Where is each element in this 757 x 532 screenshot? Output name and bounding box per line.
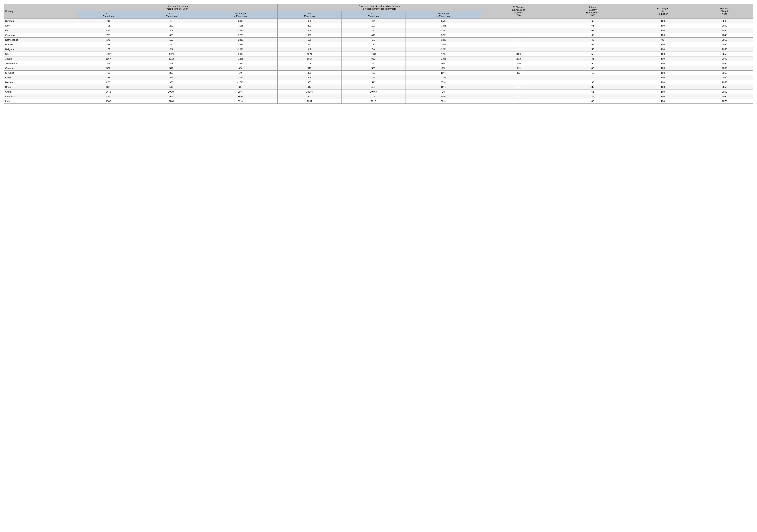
country-cell: China — [4, 90, 77, 94]
table-row: China84751094529%1094510743-2%27%6510020… — [4, 90, 753, 94]
table-row: Indonesia41656336%56370625%70%291002060 — [4, 94, 753, 99]
hist-pct-cell: -8% — [203, 70, 278, 75]
end-year-cell: 2045 — [696, 33, 753, 38]
pct-change-cell: -6% — [481, 66, 556, 70]
end-target-cell: 100 — [630, 85, 696, 90]
table-row: UK483309-36%309241-22%-50%681002050 — [4, 28, 753, 33]
pct-change-cell: 14% — [481, 85, 556, 90]
end-year-cell: 2060 — [696, 90, 753, 94]
hist-pct-cell: -36% — [203, 28, 278, 33]
country-cell: Switzerland — [4, 61, 77, 66]
hist-pct-cell: -4% — [203, 66, 278, 70]
interim-cell: 68 — [556, 28, 630, 33]
hist-pct-cell: -23% — [203, 61, 278, 66]
hist-2010-cell: 348 — [77, 42, 140, 47]
ass-pct-cell: -19% — [405, 56, 481, 61]
country-cell: France — [4, 42, 77, 47]
pct-change-header: % Changein Emissions(2030 vs.2010) — [481, 4, 556, 19]
ass-pct-cell: -17% — [405, 52, 481, 56]
country-cell: Italy — [4, 23, 77, 28]
hist-pct-cell: 33% — [203, 99, 278, 104]
hist-pct-cell: -22% — [203, 33, 278, 38]
ass-2030-cell: 34 — [342, 61, 406, 66]
ass-pct-cell: -2% — [405, 90, 481, 94]
ass-2020-cell: 309 — [278, 28, 342, 33]
interim-cell: 55 — [556, 23, 630, 28]
ass-2030-cell: 58 — [342, 47, 406, 52]
ass-pct-cell: -32% — [405, 33, 481, 38]
table-row: US53924321-20%43213581-17%-34%521002050 — [4, 52, 753, 56]
hist-pct-cell: -17% — [203, 80, 278, 85]
main-table-wrapper: Country Historical Emissions(metric tons… — [4, 4, 753, 104]
ass-pct-cell: -11% — [405, 75, 481, 80]
ass-pct-cell: 32% — [405, 99, 481, 104]
country-cell: US — [4, 52, 77, 56]
pct-change-cell: -25% — [481, 61, 556, 66]
pct-change-cell: 70% — [481, 94, 556, 99]
hist-2020-cell: 85 — [140, 75, 203, 80]
pct-change-cell: 75% — [481, 99, 556, 104]
end-year-cell: 2050 — [696, 52, 753, 56]
ass-2030-cell: 3581 — [342, 52, 406, 56]
ass-2020-cell: 414 — [278, 85, 342, 90]
end-year-cell: 2060 — [696, 94, 753, 99]
end-year-cell: 2050 — [696, 66, 753, 70]
emissions-table: Country Historical Emissions(metric tons… — [4, 4, 753, 104]
end-target-cell: 95 — [630, 38, 696, 42]
hist-pct-cell: 22% — [203, 75, 278, 80]
hist-2020-cell: 281 — [140, 23, 203, 28]
hist-pct-cell: 4% — [203, 85, 278, 90]
interim-cell: 65 — [556, 90, 630, 94]
ass-pct-cell: 10% — [405, 85, 481, 90]
pct-change-cell: 1% — [481, 70, 556, 75]
pct-change-cell: -29% — [481, 56, 556, 61]
country-cell: Mexico — [4, 80, 77, 85]
country-cell: Chile — [4, 75, 77, 80]
country-cell: Canada — [4, 66, 77, 70]
country-cell: Sweden — [4, 19, 77, 23]
hist-2020-cell: 267 — [140, 42, 203, 47]
table-row: Chile708522%8575-11%8%01002050 — [4, 75, 753, 80]
interim-cell: 55 — [556, 47, 630, 52]
hist-pct-cell: 36% — [203, 94, 278, 99]
country-cell: Germany — [4, 33, 77, 38]
interim-cell: 45 — [556, 66, 630, 70]
end-target-cell: 100 — [630, 61, 696, 66]
hist-2010-cell: 5392 — [77, 52, 140, 56]
table-row: Sweden4834-30%3422-35%-55%631002045 — [4, 19, 753, 23]
table-row: Belgium10785-20%8558-32%-46%551002050 — [4, 47, 753, 52]
ass-2030-cell: 706 — [342, 94, 406, 99]
pct-change-cell: -55% — [481, 19, 556, 23]
ass-2020-cell: 603 — [278, 33, 342, 38]
end-target-cell: 100 — [630, 23, 696, 28]
country-cell: Netherlands — [4, 38, 77, 42]
end-target-cell: 100 — [630, 75, 696, 80]
ass-pct-cell: -22% — [405, 28, 481, 33]
end-target-cell: 100 — [630, 94, 696, 99]
interim-cell: 46 — [556, 56, 630, 61]
ass-2020-cell: 35 — [278, 61, 342, 66]
interim-cell: 45 — [556, 99, 630, 104]
pct-change-cell: -47% — [481, 33, 556, 38]
ass-2030-header: 2030Emissions — [342, 11, 406, 19]
pct-change-cell: -50% — [481, 28, 556, 33]
hist-2020-cell: 603 — [140, 33, 203, 38]
hist-2010-cell: 171 — [77, 38, 140, 42]
hist-2010-cell: 45 — [77, 61, 140, 66]
hist-2010-cell: 398 — [77, 85, 140, 90]
pct-change-cell: 12% — [481, 80, 556, 85]
hist-2010-cell: 70 — [77, 75, 140, 80]
ass-pct-cell: -30% — [405, 38, 481, 42]
ass-2020-cell: 563 — [278, 94, 342, 99]
hist-pct-cell: -12% — [203, 56, 278, 61]
ass-2030-cell: 506 — [342, 66, 406, 70]
ass-2030-cell: 22 — [342, 19, 406, 23]
interim-target-header: InterimTarget %Reduction in2030 — [556, 4, 630, 19]
interim-cell: 50 — [556, 61, 630, 66]
hist-2020-cell: 414 — [140, 85, 203, 90]
ass-2030-cell: 455 — [342, 85, 406, 90]
end-target-cell: 100 — [630, 47, 696, 52]
country-header: Country — [4, 4, 77, 19]
end-target-cell: 100 — [630, 70, 696, 75]
end-year-cell: 2050 — [696, 85, 753, 90]
